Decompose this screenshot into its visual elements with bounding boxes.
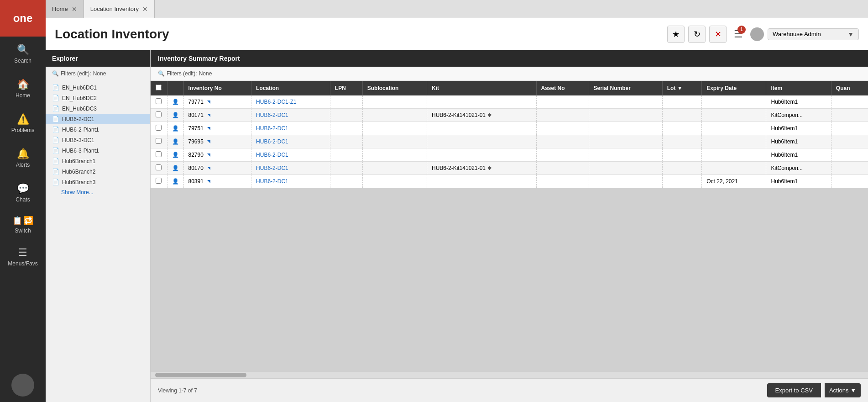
sidebar-item-switch[interactable]: 📋 🔁 Switch bbox=[0, 210, 46, 239]
row-expiry-date bbox=[702, 109, 766, 122]
tab-home-label: Home bbox=[52, 5, 68, 12]
row-lot bbox=[662, 148, 701, 162]
col-item[interactable]: Item bbox=[766, 81, 831, 95]
col-inventory-no[interactable]: Inventory No bbox=[183, 81, 251, 95]
tree-item-hub6-2-plant1[interactable]: 📄 HUB6-2-Plant1 bbox=[46, 124, 150, 135]
table-row: 👤 79751 HUB6-2-DC1 bbox=[151, 122, 868, 135]
tree-item-label: HUB6-3-DC1 bbox=[62, 137, 94, 143]
col-kit[interactable]: Kit bbox=[427, 81, 536, 95]
tree-item-label: HUB6-3-Plant1 bbox=[62, 148, 99, 154]
table-container[interactable]: Inventory No Location LPN Sublocation Ki… bbox=[151, 81, 868, 372]
row-location[interactable]: HUB6-2-DC1 bbox=[251, 148, 330, 162]
page-title: Location Inventory bbox=[55, 27, 667, 42]
sidebar-item-label-home: Home bbox=[16, 92, 30, 99]
close-tab-button[interactable]: ✕ bbox=[709, 26, 727, 43]
col-lot[interactable]: Lot ▼ bbox=[662, 81, 701, 95]
row-serial-number bbox=[589, 95, 662, 109]
row-checkbox[interactable] bbox=[151, 122, 167, 135]
tree-item-hub6branch3[interactable]: 📄 Hub6Branch3 bbox=[46, 177, 150, 187]
tab-location-inventory-close[interactable]: ✕ bbox=[142, 6, 148, 12]
row-lpn bbox=[330, 95, 362, 109]
tree-item-hub6-3-plant1[interactable]: 📄 HUB6-3-Plant1 bbox=[46, 145, 150, 156]
select-all-checkbox[interactable] bbox=[156, 85, 162, 90]
corner-indicator bbox=[207, 153, 210, 157]
col-asset-no[interactable]: Asset No bbox=[536, 81, 589, 95]
row-item: Hub6Item1 bbox=[766, 175, 831, 188]
row-lpn bbox=[330, 122, 362, 135]
row-quantity bbox=[831, 135, 868, 148]
row-sublocation bbox=[362, 175, 427, 188]
tree-item-en-hub6dc3[interactable]: 📄 EN_Hub6DC3 bbox=[46, 103, 150, 114]
row-item: Hub6Item1 bbox=[766, 148, 831, 162]
show-more-link[interactable]: Show More... bbox=[46, 187, 150, 197]
row-inventory-no: 82790 bbox=[183, 148, 251, 162]
tree-item-hub6branch1[interactable]: 📄 Hub6Branch1 bbox=[46, 156, 150, 166]
row-serial-number bbox=[589, 148, 662, 162]
col-sublocation[interactable]: Sublocation bbox=[362, 81, 427, 95]
tree-item-en-hub6dc2[interactable]: 📄 EN_Hub6DC2 bbox=[46, 93, 150, 103]
star-button[interactable]: ★ bbox=[667, 26, 685, 43]
row-kit bbox=[427, 95, 536, 109]
sidebar-item-chats[interactable]: 💬 Chats bbox=[0, 175, 46, 210]
tab-location-inventory[interactable]: Location Inventory ✕ bbox=[84, 0, 155, 18]
sidebar-item-search[interactable]: 🔍 Search bbox=[0, 37, 46, 71]
sidebar-item-label-alerts: Alerts bbox=[16, 162, 30, 168]
inventory-table: Inventory No Location LPN Sublocation Ki… bbox=[151, 81, 868, 188]
col-lpn[interactable]: LPN bbox=[330, 81, 362, 95]
corner-indicator bbox=[207, 100, 210, 104]
tab-home[interactable]: Home ✕ bbox=[46, 0, 84, 18]
row-quantity bbox=[831, 122, 868, 135]
col-location[interactable]: Location bbox=[251, 81, 330, 95]
row-checkbox[interactable] bbox=[151, 162, 167, 175]
row-sublocation bbox=[362, 109, 427, 122]
row-inventory-no: 80391 bbox=[183, 175, 251, 188]
sidebar-item-menus[interactable]: ☰ Menus/Favs bbox=[0, 239, 46, 274]
notification-badge: 1 bbox=[737, 26, 746, 34]
row-checkbox[interactable] bbox=[151, 109, 167, 122]
tree-item-hub6-3-dc1[interactable]: 📄 HUB6-3-DC1 bbox=[46, 135, 150, 145]
row-checkbox[interactable] bbox=[151, 135, 167, 148]
row-expiry-date bbox=[702, 148, 766, 162]
actions-dropdown-button[interactable]: Actions ▼ bbox=[825, 383, 861, 397]
export-csv-button[interactable]: Export to CSV bbox=[767, 383, 821, 397]
table-row: 👤 80170 HUB6-2-DC1 bbox=[151, 162, 868, 175]
user-avatar bbox=[750, 27, 764, 41]
tree-item-en-hub6dc1[interactable]: 📄 EN_Hub6DC1 bbox=[46, 82, 150, 93]
col-quantity[interactable]: Quan bbox=[831, 81, 868, 95]
tree-item-hub6-2-dc1[interactable]: 📄 HUB6-2-DC1 bbox=[46, 114, 150, 124]
sidebar-item-home[interactable]: 🏠 Home bbox=[0, 71, 46, 106]
row-location[interactable]: HUB6-2-DC1 bbox=[251, 109, 330, 122]
row-location[interactable]: HUB6-2-DC1 bbox=[251, 135, 330, 148]
scrollbar-thumb[interactable] bbox=[155, 373, 246, 377]
explorer-header: Explorer bbox=[46, 50, 150, 67]
notification-area[interactable]: ☰ 1 bbox=[734, 28, 743, 40]
sidebar-item-problems[interactable]: ⚠️ Problems bbox=[0, 106, 46, 141]
tab-home-close[interactable]: ✕ bbox=[72, 6, 77, 12]
file-icon: 📄 bbox=[52, 105, 59, 112]
user-menu[interactable]: Warehouse Admin ▼ bbox=[768, 28, 859, 40]
sidebar-item-alerts[interactable]: 🔔 Alerts bbox=[0, 141, 46, 175]
corner-indicator bbox=[207, 127, 210, 130]
row-location[interactable]: HUB6-2-DC1 bbox=[251, 175, 330, 188]
refresh-button[interactable]: ↻ bbox=[688, 26, 706, 43]
horizontal-scrollbar[interactable] bbox=[151, 372, 868, 378]
row-location[interactable]: HUB6-2-DC1 bbox=[251, 162, 330, 175]
row-checkbox[interactable] bbox=[151, 175, 167, 188]
col-expiry-date[interactable]: Expiry Date bbox=[702, 81, 766, 95]
row-lot bbox=[662, 95, 701, 109]
row-inventory-no: 80171 bbox=[183, 109, 251, 122]
row-lpn bbox=[330, 135, 362, 148]
row-lpn bbox=[330, 175, 362, 188]
tree-item-hub6branch2[interactable]: 📄 Hub6Branch2 bbox=[46, 166, 150, 177]
row-checkbox[interactable] bbox=[151, 95, 167, 109]
avatar[interactable] bbox=[11, 374, 34, 397]
corner-indicator bbox=[207, 180, 210, 183]
row-asset-no bbox=[536, 162, 589, 175]
col-serial-number[interactable]: Serial Number bbox=[589, 81, 662, 95]
header: Location Inventory ★ ↻ ✕ ☰ 1 Warehouse A… bbox=[46, 18, 868, 50]
col-checkbox[interactable] bbox=[151, 81, 167, 95]
row-icon: 👤 bbox=[167, 109, 183, 122]
row-checkbox[interactable] bbox=[151, 148, 167, 162]
row-location[interactable]: HUB6-2-DC1 bbox=[251, 122, 330, 135]
row-location[interactable]: HUB6-2-DC1-Z1 bbox=[251, 95, 330, 109]
